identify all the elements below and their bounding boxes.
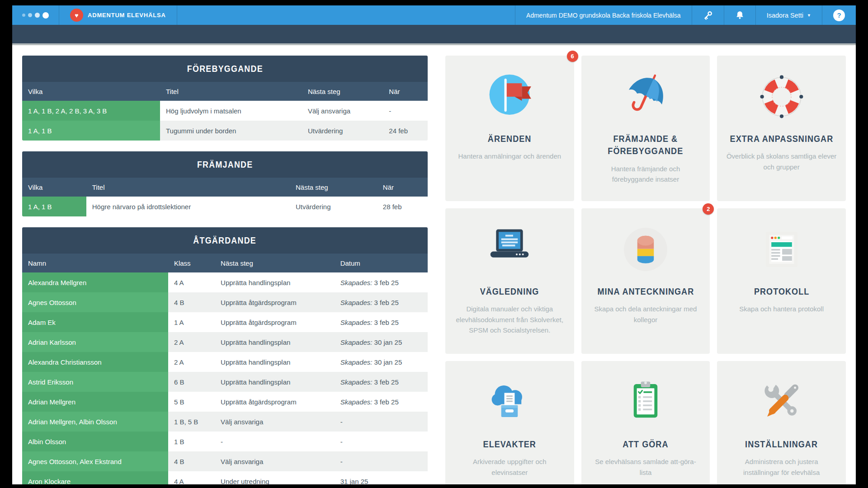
- table-row[interactable]: Adrian Karlsson2 AUpprätta handlingsplan…: [22, 332, 428, 352]
- card-subtitle: Administrera och justera inställningar f…: [726, 456, 837, 478]
- table-header-row: VilkaTitelNästa stegNär: [22, 81, 428, 101]
- table-row[interactable]: 1 A, 1 B, 2 A, 2 B, 3 A, 3 BHög ljudvoly…: [22, 101, 428, 121]
- table-header-row: NamnKlassNästa stegDatum: [22, 253, 428, 272]
- user-name: Isadora Setti: [767, 12, 803, 19]
- date-value: 28 feb: [383, 203, 402, 211]
- date-prefix: Skapades:: [340, 358, 373, 366]
- caret-down-icon: ▼: [807, 13, 811, 18]
- date-value: 3 feb 25: [374, 319, 399, 326]
- cell: Tugummi under borden: [160, 121, 302, 141]
- column-header: Titel: [86, 178, 290, 197]
- dot-icon: [22, 14, 25, 17]
- card-flag[interactable]: 6 ÄRENDENHantera anmälningar och ärenden: [445, 56, 574, 201]
- card-umbrella[interactable]: FRÄMJANDE & FÖREBYGGANDEHantera främjand…: [581, 56, 710, 201]
- card-clipboard[interactable]: ATT GÖRASe elevhälsans samlade att-göra-…: [581, 361, 710, 484]
- date-value: -: [340, 458, 343, 465]
- date-value: 31 jan 25: [340, 478, 368, 485]
- cell: 1 B, 5 B: [168, 412, 215, 432]
- card-lifebuoy[interactable]: EXTRA ANPASSNINGARÖverblick på skolans s…: [717, 56, 846, 201]
- table-row[interactable]: Adam Ek1 AUpprätta åtgärdsprogramSkapade…: [22, 312, 428, 332]
- notifications-button[interactable]: [724, 5, 755, 25]
- date-cell: -: [335, 451, 428, 471]
- row-key-cell: Adrian Karlsson: [22, 332, 168, 352]
- table-row[interactable]: Adrian Mellgren, Albin Olsson1 B, 5 BVäl…: [22, 412, 428, 432]
- card-protocol[interactable]: PROTOKOLLSkapa och hantera protokoll: [717, 208, 846, 354]
- column-header: Vilka: [22, 82, 160, 101]
- table-row[interactable]: Agnes Ottosson4 BUpprätta åtgärdsprogram…: [22, 292, 428, 312]
- table-title: FRÄMJANDE: [197, 159, 253, 170]
- card-title: VÄGLEDNING: [480, 285, 539, 297]
- cell: Under utredning: [215, 471, 335, 484]
- column-header: När: [383, 82, 428, 101]
- table-header-row: VilkaTitelNästa stegNär: [22, 177, 428, 197]
- flag-icon: [484, 71, 535, 122]
- row-key-cell: Adrian Mellgren: [22, 392, 168, 412]
- umbrella-icon: [620, 71, 671, 122]
- cloud-archive-icon: [484, 376, 535, 428]
- table-row[interactable]: 1 A, 1 BHögre närvaro på idrottslektione…: [22, 197, 428, 216]
- date-prefix: Skapades:: [340, 279, 373, 286]
- card-notes[interactable]: 2 MINA ANTECKNINGARSkapa och dela anteck…: [581, 208, 710, 354]
- row-key-cell: Agnes Ottosson: [22, 292, 168, 312]
- column-header: Klass: [168, 253, 215, 272]
- lifebuoy-icon: [756, 71, 807, 122]
- date-value: 3 feb 25: [374, 279, 399, 286]
- card-title: ELEVAKTER: [483, 438, 536, 450]
- user-menu[interactable]: Isadora Setti ▼: [755, 5, 822, 25]
- table-row[interactable]: Alexandra Mellgren4 AUpprätta handlingsp…: [22, 272, 428, 292]
- cards-grid: 6 ÄRENDENHantera anmälningar och ärenden…: [445, 56, 846, 484]
- cell: Upprätta handlingsplan: [215, 352, 335, 372]
- cell: 4 B: [168, 292, 215, 312]
- card-title: PROTOKOLL: [754, 285, 809, 297]
- date-value: 3 feb 25: [374, 398, 399, 406]
- column-header: Datum: [335, 253, 428, 272]
- app-window: ♥ ADMENTUM ELEVHÄLSA Admentum DEMO grund…: [12, 5, 856, 484]
- table-row[interactable]: Alexandra Christiansson2 AUpprätta handl…: [22, 352, 428, 372]
- table-row[interactable]: 1 A, 1 BTugummi under bordenUtvärdering2…: [22, 121, 428, 141]
- date-prefix: Skapades:: [340, 338, 373, 346]
- table-title: ÅTGÄRDANDE: [193, 235, 257, 246]
- cell: Välj ansvariga: [215, 451, 335, 471]
- table-row[interactable]: Astrid Eriksson6 BUpprätta handlingsplan…: [22, 372, 428, 392]
- brand-logo[interactable]: ♥ ADMENTUM ELEVHÄLSA: [59, 5, 177, 25]
- laptop-icon: [484, 224, 535, 275]
- table-row[interactable]: Albin Olsson1 B--: [22, 432, 428, 451]
- date-value: 24 feb: [389, 127, 408, 135]
- help-button[interactable]: ?: [822, 5, 856, 25]
- heart-logo-icon: ♥: [70, 9, 83, 22]
- cell: Upprätta åtgärdsprogram: [215, 312, 335, 332]
- date-cell: -: [335, 432, 428, 451]
- cell: 1 B: [168, 432, 215, 451]
- cell: Högre närvaro på idrottslektioner: [86, 197, 290, 216]
- table-2: ÅTGÄRDANDENamnKlassNästa stegDatumAlexan…: [22, 227, 428, 484]
- cell: Upprätta åtgärdsprogram: [215, 292, 335, 312]
- cell: Upprätta handlingsplan: [215, 372, 335, 392]
- table-row[interactable]: Agnes Ottosson, Alex Ekstrand4 BVälj ans…: [22, 451, 428, 471]
- table-row[interactable]: Aron Klockare4 AUnder utredning31 jan 25: [22, 471, 428, 484]
- date-cell: 28 feb: [377, 197, 428, 216]
- tools-icon: [756, 376, 807, 428]
- notification-badge: 2: [703, 203, 714, 215]
- school-name: Admentum DEMO grundskola Backa friskola …: [515, 5, 692, 25]
- cell: 5 B: [168, 392, 215, 412]
- clipboard-icon: [620, 376, 671, 428]
- card-laptop[interactable]: VÄGLEDNINGDigitala manualer och viktiga …: [445, 208, 574, 354]
- row-key-cell: Adrian Mellgren, Albin Olsson: [22, 412, 168, 432]
- card-subtitle: Hantera främjande och förebyggande insat…: [590, 164, 701, 185]
- dot-icon: [28, 13, 32, 17]
- table-row[interactable]: Adrian Mellgren5 BUpprätta åtgärdsprogra…: [22, 392, 428, 412]
- date-cell: Skapades:3 feb 25: [335, 372, 428, 392]
- cell: 4 B: [168, 451, 215, 471]
- row-key-cell: Albin Olsson: [22, 432, 168, 451]
- card-cloud-archive[interactable]: ELEVAKTERArkiverade uppgifter och elevin…: [445, 361, 574, 484]
- date-cell: 24 feb: [383, 121, 428, 141]
- card-subtitle: Överblick på skolans samtliga elever och…: [726, 151, 837, 172]
- cell: Upprätta handlingsplan: [215, 332, 335, 352]
- card-subtitle: Arkiverade uppgifter och elevinsatser: [454, 456, 565, 478]
- column-header: Nästa steg: [302, 82, 383, 101]
- date-value: -: [340, 438, 343, 446]
- card-tools[interactable]: INSTÄLLNINGARAdministrera och justera in…: [717, 361, 846, 484]
- date-value: 30 jan 25: [374, 358, 402, 366]
- column-header: Nästa steg: [215, 253, 335, 272]
- key-button[interactable]: [692, 5, 724, 25]
